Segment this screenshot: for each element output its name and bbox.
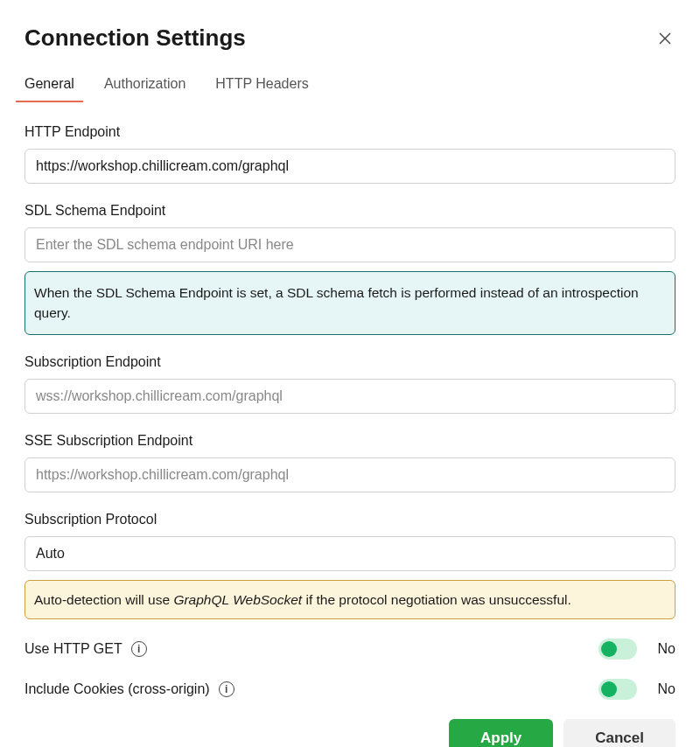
info-icon[interactable]: i (219, 681, 234, 697)
use-http-get-row: Use HTTP GET i No (24, 639, 676, 660)
dialog-header: Connection Settings (24, 24, 676, 52)
subscription-endpoint-group: Subscription Endpoint (24, 354, 676, 414)
http-endpoint-label: HTTP Endpoint (24, 124, 676, 140)
info-icon[interactable]: i (131, 641, 147, 657)
sse-subscription-endpoint-label: SSE Subscription Endpoint (24, 433, 676, 449)
close-button[interactable] (654, 28, 676, 49)
sse-subscription-endpoint-input[interactable] (24, 457, 676, 492)
subscription-endpoint-label: Subscription Endpoint (24, 354, 676, 370)
toggle-right: No (598, 679, 676, 700)
dialog-buttons: Apply Cancel (24, 719, 676, 747)
include-cookies-state: No (653, 681, 676, 697)
tab-general[interactable]: General (16, 76, 83, 102)
toggle-right: No (598, 639, 676, 660)
use-http-get-toggle[interactable] (598, 639, 637, 660)
subscription-protocol-label: Subscription Protocol (24, 512, 676, 527)
subscription-protocol-group: Subscription Protocol Auto-detection wil… (24, 512, 676, 619)
http-endpoint-group: HTTP Endpoint (24, 124, 676, 184)
cancel-button[interactable]: Cancel (564, 719, 676, 747)
sdl-endpoint-label: SDL Schema Endpoint (24, 203, 676, 219)
toggle-knob (601, 681, 617, 697)
subscription-protocol-input[interactable] (24, 536, 676, 571)
sdl-endpoint-group: SDL Schema Endpoint When the SDL Schema … (24, 203, 676, 335)
tabs: General Authorization HTTP Headers (24, 76, 676, 103)
sdl-endpoint-input[interactable] (24, 227, 676, 262)
include-cookies-label-wrap: Include Cookies (cross-origin) i (24, 681, 234, 697)
subscription-protocol-warning: Auto-detection will use GraphQL WebSocke… (24, 580, 676, 619)
sse-subscription-endpoint-group: SSE Subscription Endpoint (24, 433, 676, 492)
http-endpoint-input[interactable] (24, 149, 676, 184)
dialog-title: Connection Settings (24, 24, 246, 52)
subscription-endpoint-input[interactable] (24, 379, 676, 414)
include-cookies-toggle[interactable] (598, 679, 637, 700)
connection-settings-dialog: Connection Settings General Authorizatio… (0, 0, 700, 747)
include-cookies-label: Include Cookies (cross-origin) (24, 681, 210, 697)
warn-em: GraphQL WebSocket (173, 592, 302, 607)
use-http-get-label-wrap: Use HTTP GET i (24, 641, 147, 657)
tab-authorization[interactable]: Authorization (95, 76, 194, 102)
tab-http-headers[interactable]: HTTP Headers (206, 76, 317, 102)
include-cookies-row: Include Cookies (cross-origin) i No (24, 679, 676, 700)
toggle-knob (601, 641, 617, 657)
warn-prefix: Auto-detection will use (34, 592, 173, 607)
sdl-endpoint-info: When the SDL Schema Endpoint is set, a S… (24, 271, 676, 335)
apply-button[interactable]: Apply (449, 719, 553, 747)
close-icon (658, 31, 672, 45)
warn-suffix: if the protocol negotiation was unsucces… (302, 592, 571, 607)
use-http-get-state: No (653, 641, 676, 657)
use-http-get-label: Use HTTP GET (24, 641, 122, 657)
